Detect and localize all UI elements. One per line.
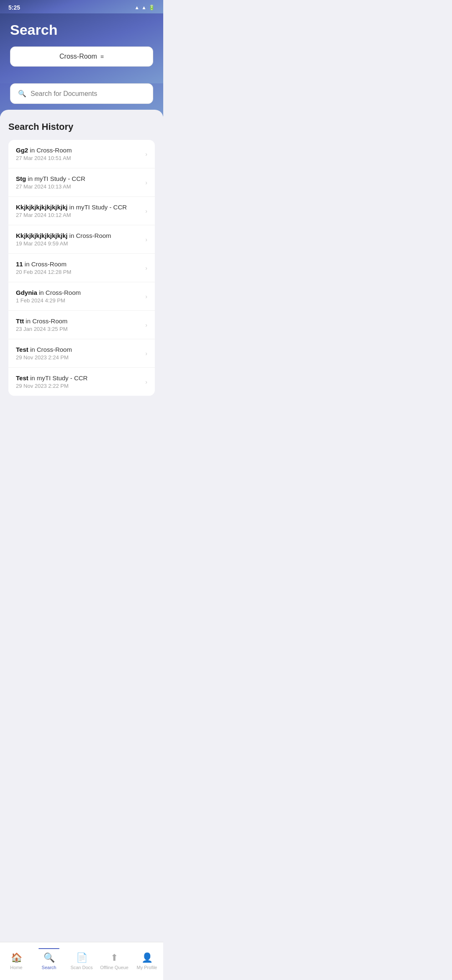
history-item-title: 11 in Cross-Room (16, 260, 142, 268)
history-context: in Cross-Room (28, 147, 72, 154)
chevron-right-icon: › (145, 350, 147, 357)
history-keyword: 11 (16, 260, 23, 268)
history-item[interactable]: Stg in myTI Study - CCR 27 Mar 2024 10:1… (8, 168, 155, 197)
filter-icon: ≡ (100, 53, 104, 60)
history-context: in Cross-Room (37, 289, 81, 296)
history-item[interactable]: Ttt in Cross-Room 23 Jan 2024 3:25 PM › (8, 311, 155, 339)
header-area: Search Cross-Room ≡ (0, 13, 163, 83)
chevron-right-icon: › (145, 179, 147, 186)
history-item-title: Test in Cross-Room (16, 346, 142, 353)
history-item-content: Gdynia in Cross-Room 1 Feb 2024 4:29 PM (16, 289, 142, 304)
history-item-date: 27 Mar 2024 10:13 AM (16, 183, 142, 190)
history-item[interactable]: Gg2 in Cross-Room 27 Mar 2024 10:51 AM › (8, 140, 155, 168)
history-item-title: Kkjkjkjkjkjkjkjkjkj in Cross-Room (16, 232, 142, 239)
history-context: in Cross-Room (28, 346, 72, 353)
history-item-date: 1 Feb 2024 4:29 PM (16, 297, 142, 304)
history-item-content: Test in Cross-Room 29 Nov 2023 2:24 PM (16, 346, 142, 361)
status-icons: ▲ ▲ 🔋 (134, 5, 155, 10)
history-section-title: Search History (8, 121, 155, 132)
signal-icon: ▲ (141, 5, 146, 10)
wifi-icon: ▲ (134, 5, 139, 10)
history-item-date: 29 Nov 2023 2:24 PM (16, 354, 142, 361)
history-item-content: Ttt in Cross-Room 23 Jan 2024 3:25 PM (16, 317, 142, 332)
history-item-content: 11 in Cross-Room 20 Feb 2024 12:28 PM (16, 260, 142, 275)
history-item-title: Gdynia in Cross-Room (16, 289, 142, 296)
history-keyword: Test (16, 374, 28, 382)
chevron-right-icon: › (145, 322, 147, 328)
history-item[interactable]: Test in myTI Study - CCR 29 Nov 2023 2:2… (8, 368, 155, 396)
chevron-right-icon: › (145, 265, 147, 271)
search-box[interactable]: 🔍 (10, 83, 153, 104)
history-keyword: Stg (16, 175, 26, 182)
history-item[interactable]: Kkjkjkjkjkjkjkjkjkj in myTI Study - CCR … (8, 197, 155, 225)
history-context: in myTI Study - CCR (67, 204, 127, 211)
history-context: in Cross-Room (23, 260, 67, 268)
history-item-title: Test in myTI Study - CCR (16, 374, 142, 382)
chevron-right-icon: › (145, 151, 147, 157)
history-item[interactable]: Kkjkjkjkjkjkjkjkjkj in Cross-Room 19 Mar… (8, 225, 155, 254)
history-item-content: Kkjkjkjkjkjkjkjkjkj in myTI Study - CCR … (16, 204, 142, 218)
history-context: in Cross-Room (67, 232, 111, 239)
history-keyword: Gg2 (16, 147, 28, 154)
history-keyword: Gdynia (16, 289, 37, 296)
history-item-title: Ttt in Cross-Room (16, 317, 142, 325)
chevron-right-icon: › (145, 379, 147, 385)
history-item-date: 23 Jan 2024 3:25 PM (16, 326, 142, 332)
history-item-content: Stg in myTI Study - CCR 27 Mar 2024 10:1… (16, 175, 142, 190)
battery-icon: 🔋 (149, 5, 155, 10)
history-item-date: 20 Feb 2024 12:28 PM (16, 269, 142, 275)
history-keyword: Kkjkjkjkjkjkjkjkjkj (16, 204, 67, 211)
history-item-date: 27 Mar 2024 10:51 AM (16, 155, 142, 161)
history-item[interactable]: 11 in Cross-Room 20 Feb 2024 12:28 PM › (8, 254, 155, 282)
history-keyword: Ttt (16, 317, 24, 325)
history-item-title: Kkjkjkjkjkjkjkjkjkj in myTI Study - CCR (16, 204, 142, 211)
filter-label: Cross-Room (59, 53, 97, 60)
history-list: Gg2 in Cross-Room 27 Mar 2024 10:51 AM ›… (8, 140, 155, 396)
history-keyword: Test (16, 346, 28, 353)
history-keyword: Kkjkjkjkjkjkjkjkjkj (16, 232, 67, 239)
history-item-date: 19 Mar 2024 9:59 AM (16, 240, 142, 247)
chevron-right-icon: › (145, 236, 147, 243)
history-item-content: Test in myTI Study - CCR 29 Nov 2023 2:2… (16, 374, 142, 389)
history-item[interactable]: Test in Cross-Room 29 Nov 2023 2:24 PM › (8, 339, 155, 368)
history-item-content: Kkjkjkjkjkjkjkjkjkj in Cross-Room 19 Mar… (16, 232, 142, 247)
search-input[interactable] (31, 90, 145, 98)
history-context: in Cross-Room (24, 317, 67, 325)
main-content: Search History Gg2 in Cross-Room 27 Mar … (0, 110, 163, 407)
history-context: in myTI Study - CCR (26, 175, 85, 182)
status-time: 5:25 (8, 4, 20, 11)
status-bar: 5:25 ▲ ▲ 🔋 (0, 0, 163, 13)
history-item-title: Stg in myTI Study - CCR (16, 175, 142, 182)
history-context: in myTI Study - CCR (28, 374, 88, 382)
history-item[interactable]: Gdynia in Cross-Room 1 Feb 2024 4:29 PM … (8, 282, 155, 311)
history-item-title: Gg2 in Cross-Room (16, 147, 142, 154)
page-title: Search (10, 22, 153, 38)
filter-bar[interactable]: Cross-Room ≡ (10, 46, 153, 67)
history-item-date: 29 Nov 2023 2:22 PM (16, 383, 142, 389)
history-item-date: 27 Mar 2024 10:12 AM (16, 212, 142, 218)
search-icon: 🔍 (18, 90, 26, 98)
chevron-right-icon: › (145, 293, 147, 300)
history-item-content: Gg2 in Cross-Room 27 Mar 2024 10:51 AM (16, 147, 142, 161)
chevron-right-icon: › (145, 208, 147, 214)
